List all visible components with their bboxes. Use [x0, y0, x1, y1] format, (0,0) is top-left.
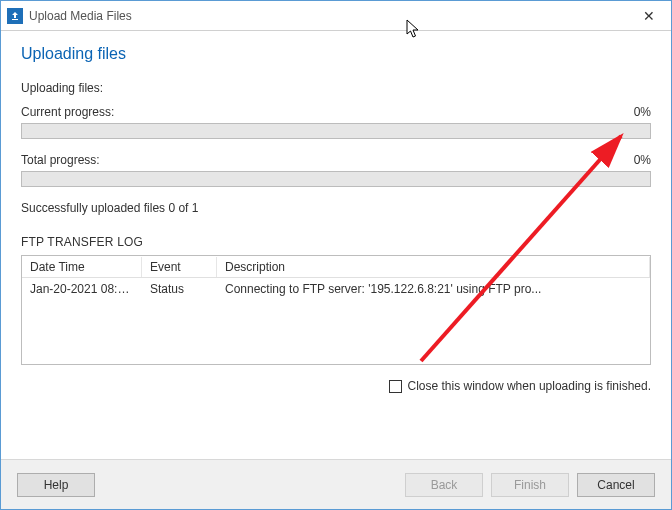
- col-header-datetime[interactable]: Date Time: [22, 257, 142, 277]
- button-bar: Help Back Finish Cancel: [1, 459, 671, 509]
- log-header: Date Time Event Description: [22, 256, 650, 278]
- close-when-done-label: Close this window when uploading is fini…: [408, 379, 651, 393]
- back-button: Back: [405, 473, 483, 497]
- total-progress-row: Total progress: 0%: [21, 153, 651, 167]
- cell-description: Connecting to FTP server: '195.122.6.8:2…: [217, 279, 650, 299]
- uploading-files-label: Uploading files:: [21, 81, 651, 95]
- total-progress-value: 0%: [634, 153, 651, 167]
- cell-event: Status: [142, 279, 217, 299]
- current-progress-bar: [21, 123, 651, 139]
- table-row[interactable]: Jan-20-2021 08:5... Status Connecting to…: [22, 278, 650, 300]
- upload-status-text: Successfully uploaded files 0 of 1: [21, 201, 651, 215]
- current-progress-label: Current progress:: [21, 105, 114, 119]
- close-when-done-checkbox[interactable]: [389, 380, 402, 393]
- cancel-button[interactable]: Cancel: [577, 473, 655, 497]
- app-icon: [7, 8, 23, 24]
- current-progress-row: Current progress: 0%: [21, 105, 651, 119]
- col-header-description[interactable]: Description: [217, 257, 650, 277]
- titlebar: Upload Media Files ✕: [1, 1, 671, 31]
- close-when-done-row: Close this window when uploading is fini…: [21, 379, 651, 393]
- total-progress-label: Total progress:: [21, 153, 100, 167]
- help-button[interactable]: Help: [17, 473, 95, 497]
- page-title: Uploading files: [21, 45, 651, 63]
- content-area: Uploading files Uploading files: Current…: [1, 31, 671, 403]
- log-table: Date Time Event Description Jan-20-2021 …: [21, 255, 651, 365]
- log-title: FTP TRANSFER LOG: [21, 235, 651, 249]
- current-progress-value: 0%: [634, 105, 651, 119]
- close-icon: ✕: [643, 8, 655, 24]
- close-button[interactable]: ✕: [627, 1, 671, 31]
- cell-datetime: Jan-20-2021 08:5...: [22, 279, 142, 299]
- col-header-event[interactable]: Event: [142, 257, 217, 277]
- total-progress-bar: [21, 171, 651, 187]
- finish-button: Finish: [491, 473, 569, 497]
- window-title: Upload Media Files: [29, 9, 132, 23]
- svg-rect-0: [12, 19, 18, 20]
